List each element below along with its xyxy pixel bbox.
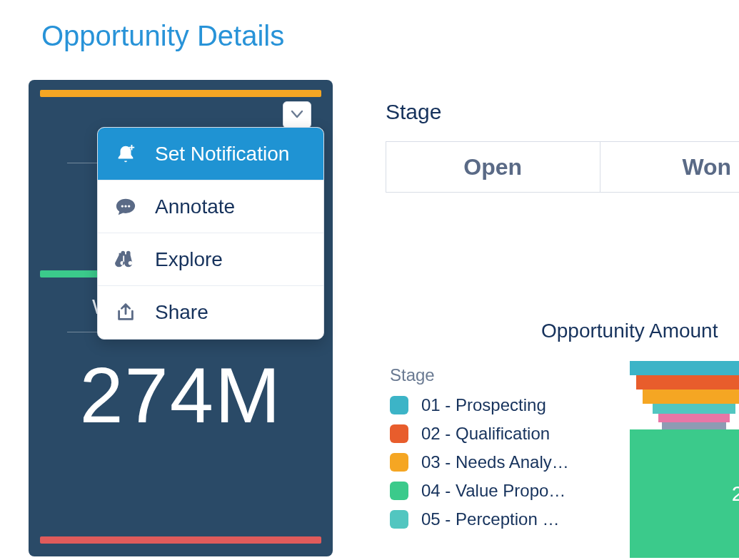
funnel-band: [643, 390, 739, 404]
legend-item[interactable]: 05 - Perception …: [390, 509, 583, 529]
funnel-band: [630, 361, 739, 375]
stage-heading: Stage: [386, 100, 739, 124]
funnel-value-label: 27: [732, 482, 739, 506]
legend-label: 02 - Qualification: [421, 424, 550, 444]
legend-swatch: [390, 453, 408, 472]
stage-tab-open[interactable]: Open: [386, 142, 600, 192]
share-icon: [114, 300, 138, 325]
comment-icon: [114, 195, 138, 219]
stage-panel: Stage Open Won: [386, 100, 739, 193]
funnel-band: [658, 414, 730, 422]
menu-item-explore[interactable]: Explore: [98, 233, 323, 286]
legend-swatch: [390, 396, 408, 414]
legend-label: 01 - Prospecting: [421, 395, 546, 415]
menu-item-set-notification[interactable]: Set Notification: [98, 128, 323, 180]
legend-swatch: [390, 424, 408, 443]
funnel-band: [662, 422, 726, 429]
funnel-block-main: 27: [630, 429, 739, 558]
funnel-chart: 27: [630, 361, 739, 558]
svg-point-2: [128, 205, 130, 207]
legend-item[interactable]: 03 - Needs Analy…: [390, 452, 583, 472]
chart-title: Opportunity Amount: [541, 320, 718, 342]
stage-tab-won[interactable]: Won: [600, 142, 740, 192]
legend-item[interactable]: 04 - Value Propo…: [390, 481, 583, 501]
funnel-band: [636, 375, 739, 390]
card-dropdown-menu: Set Notification Annotate Explore Share: [97, 127, 324, 340]
kpi-bar-top: [40, 90, 321, 97]
legend-swatch: [390, 482, 408, 500]
svg-point-0: [121, 205, 124, 207]
svg-point-1: [124, 205, 126, 207]
page-title: Opportunity Details: [41, 20, 284, 52]
legend-heading: Stage: [390, 365, 583, 385]
menu-item-annotate[interactable]: Annotate: [98, 180, 323, 233]
menu-item-share[interactable]: Share: [98, 286, 323, 339]
funnel-band: [653, 404, 735, 414]
legend-label: 05 - Perception …: [421, 509, 559, 529]
binoculars-icon: [114, 248, 138, 272]
legend-label: 04 - Value Propo…: [421, 481, 565, 501]
menu-item-label: Annotate: [155, 195, 235, 218]
legend-label: 03 - Needs Analy…: [421, 452, 569, 472]
legend-item[interactable]: 02 - Qualification: [390, 424, 583, 444]
menu-item-label: Set Notification: [155, 143, 289, 166]
bell-plus-icon: [114, 142, 138, 166]
chart-legend: Stage 01 - Prospecting 02 - Qualificatio…: [390, 365, 583, 538]
menu-item-label: Share: [155, 301, 208, 324]
kpi-won-value: 274M: [53, 350, 308, 440]
stage-tabs: Open Won: [386, 141, 739, 193]
kpi-bar-bottom: [40, 536, 321, 544]
menu-item-label: Explore: [155, 248, 223, 271]
card-menu-button[interactable]: [283, 101, 311, 128]
legend-item[interactable]: 01 - Prospecting: [390, 395, 583, 415]
legend-swatch: [390, 510, 408, 529]
chevron-down-icon: [291, 108, 303, 121]
